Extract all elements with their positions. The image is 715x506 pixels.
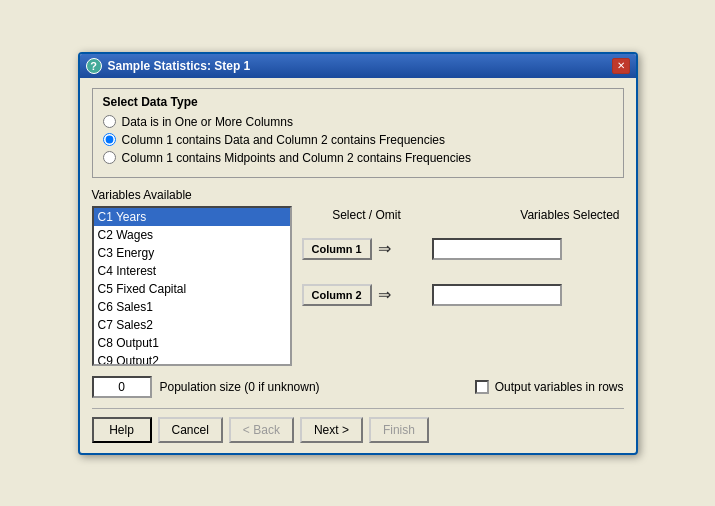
list-item[interactable]: C9 Output2 — [94, 352, 290, 366]
divider — [92, 408, 624, 409]
variables-listbox[interactable]: C1 YearsC2 WagesC3 EnergyC4 InterestC5 F… — [92, 206, 292, 366]
title-bar: ? Sample Statistics: Step 1 ✕ — [80, 54, 636, 78]
list-item[interactable]: C7 Sales2 — [94, 316, 290, 334]
main-area: Variables Available C1 YearsC2 WagesC3 E… — [92, 188, 624, 366]
finish-button[interactable]: Finish — [369, 417, 429, 443]
population-size-input[interactable] — [92, 376, 152, 398]
close-button[interactable]: ✕ — [612, 58, 630, 74]
radio-option-2[interactable]: Column 1 contains Data and Column 2 cont… — [103, 133, 613, 147]
radio-input-3[interactable] — [103, 151, 116, 164]
list-item[interactable]: C1 Years — [94, 208, 290, 226]
output-vars-section: Output variables in rows — [475, 380, 624, 394]
output-vars-label: Output variables in rows — [495, 380, 624, 394]
help-button[interactable]: Help — [92, 417, 152, 443]
radio-input-2[interactable] — [103, 133, 116, 146]
list-item[interactable]: C8 Output1 — [94, 334, 290, 352]
column1-button[interactable]: Column 1 — [302, 238, 372, 260]
content-area: Select Data Type Data is in One or More … — [80, 78, 636, 453]
title-bar-left: ? Sample Statistics: Step 1 — [86, 58, 251, 74]
radio-label-3: Column 1 contains Midpoints and Column 2… — [122, 151, 472, 165]
select-omit-section: Select / Omit Column 1 ⇒ Column 2 ⇒ — [292, 188, 432, 366]
button-row: Help Cancel < Back Next > Finish — [92, 417, 624, 443]
window-title: Sample Statistics: Step 1 — [108, 59, 251, 73]
radio-input-1[interactable] — [103, 115, 116, 128]
column2-row: Column 2 ⇒ — [302, 284, 432, 306]
back-button[interactable]: < Back — [229, 417, 294, 443]
next-button[interactable]: Next > — [300, 417, 363, 443]
select-omit-header: Select / Omit — [302, 208, 432, 222]
column1-selected-input[interactable] — [432, 238, 562, 260]
list-item[interactable]: C4 Interest — [94, 262, 290, 280]
list-item[interactable]: C5 Fixed Capital — [94, 280, 290, 298]
radio-option-3[interactable]: Column 1 contains Midpoints and Column 2… — [103, 151, 613, 165]
variables-selected-header: Variables Selected — [432, 208, 624, 222]
column2-button[interactable]: Column 2 — [302, 284, 372, 306]
population-size-label: Population size (0 if unknown) — [160, 380, 320, 394]
bottom-options-row: Population size (0 if unknown) Output va… — [92, 376, 624, 398]
column1-arrow: ⇒ — [378, 239, 391, 258]
help-icon: ? — [86, 58, 102, 74]
cancel-button[interactable]: Cancel — [158, 417, 223, 443]
column2-selected-input[interactable] — [432, 284, 562, 306]
radio-label-2: Column 1 contains Data and Column 2 cont… — [122, 133, 446, 147]
variables-available-header: Variables Available — [92, 188, 292, 202]
variables-available-section: Variables Available C1 YearsC2 WagesC3 E… — [92, 188, 292, 366]
column2-arrow: ⇒ — [378, 285, 391, 304]
variables-selected-section: Variables Selected — [432, 188, 624, 366]
data-type-title: Select Data Type — [103, 95, 613, 109]
column1-row: Column 1 ⇒ — [302, 238, 432, 260]
data-type-group: Select Data Type Data is in One or More … — [92, 88, 624, 178]
radio-label-1: Data is in One or More Columns — [122, 115, 293, 129]
list-item[interactable]: C2 Wages — [94, 226, 290, 244]
list-item[interactable]: C6 Sales1 — [94, 298, 290, 316]
main-window: ? Sample Statistics: Step 1 ✕ Select Dat… — [78, 52, 638, 455]
list-item[interactable]: C3 Energy — [94, 244, 290, 262]
output-vars-checkbox[interactable] — [475, 380, 489, 394]
radio-option-1[interactable]: Data is in One or More Columns — [103, 115, 613, 129]
